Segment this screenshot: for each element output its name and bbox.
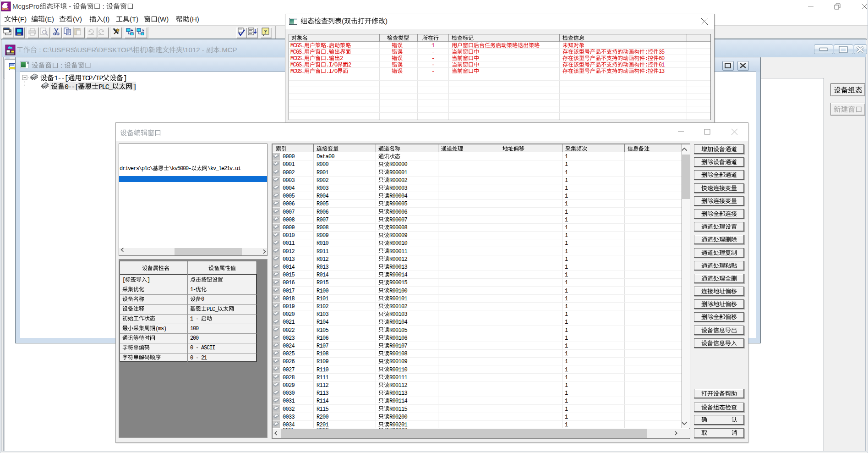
svg-text:\kv_le21v.ui: \kv_le21v.ui bbox=[207, 166, 241, 172]
svg-text:.I/O: .I/O bbox=[326, 68, 338, 75]
svg-text:0012: 0012 bbox=[283, 249, 295, 255]
svg-text:R00003: R00003 bbox=[389, 185, 408, 192]
svg-text:TCP/IP: TCP/IP bbox=[82, 75, 103, 83]
svg-text:R00011: R00011 bbox=[389, 249, 408, 255]
svg-text:1: 1 bbox=[565, 343, 568, 349]
svg-text:R00009: R00009 bbox=[389, 232, 408, 239]
svg-text:R00201: R00201 bbox=[389, 422, 408, 428]
svg-text:MCGS.: MCGS. bbox=[290, 49, 304, 55]
svg-text:1: 1 bbox=[565, 209, 568, 215]
svg-text:0031: 0031 bbox=[283, 398, 295, 404]
svg-text::: : bbox=[645, 62, 648, 68]
svg-text:.MCP: .MCP bbox=[220, 46, 237, 54]
svg-text:0034: 0034 bbox=[283, 422, 295, 428]
svg-text:1: 1 bbox=[565, 398, 568, 404]
svg-text:0029: 0029 bbox=[283, 382, 295, 389]
svg-text:R011: R011 bbox=[317, 249, 329, 255]
svg-text:R00200: R00200 bbox=[389, 414, 408, 420]
svg-text:0017: 0017 bbox=[283, 288, 295, 294]
svg-text:PLC_: PLC_ bbox=[98, 83, 113, 91]
svg-text:R00103: R00103 bbox=[389, 311, 408, 318]
svg-text:1: 1 bbox=[565, 154, 568, 160]
svg-text:1: 1 bbox=[565, 280, 568, 286]
svg-text:\kv5000-: \kv5000- bbox=[169, 166, 191, 172]
svg-text::: : bbox=[645, 55, 648, 62]
svg-text:R010: R010 bbox=[317, 240, 329, 247]
svg-text:0020: 0020 bbox=[283, 311, 295, 318]
svg-text:1-: 1- bbox=[190, 287, 196, 293]
svg-text:R00112: R00112 bbox=[389, 382, 408, 389]
svg-text:0004: 0004 bbox=[283, 185, 295, 192]
svg-text:0019: 0019 bbox=[283, 304, 295, 310]
svg-text:R00111: R00111 bbox=[389, 375, 408, 381]
svg-text:0005: 0005 bbox=[283, 193, 295, 199]
svg-text:R103: R103 bbox=[317, 311, 329, 318]
svg-text:(I): (I) bbox=[103, 15, 109, 23]
svg-text:(T): (T) bbox=[130, 15, 138, 23]
svg-text:0016: 0016 bbox=[283, 280, 295, 286]
svg-text:(E): (E) bbox=[45, 15, 54, 23]
svg-text:0006: 0006 bbox=[283, 201, 295, 207]
svg-text:: C:\USERS\USER\DESKTOP\: : C:\USERS\USER\DESKTOP\ bbox=[37, 46, 133, 54]
svg-text:R00105: R00105 bbox=[389, 327, 408, 334]
svg-text::: : bbox=[645, 68, 648, 75]
svg-text:R00100: R00100 bbox=[389, 288, 408, 294]
svg-text:): ) bbox=[385, 17, 388, 25]
svg-text:1: 1 bbox=[565, 414, 568, 420]
svg-text:R200: R200 bbox=[317, 414, 329, 420]
svg-text:MCGS.: MCGS. bbox=[290, 62, 304, 68]
svg-text::: : bbox=[59, 62, 64, 69]
svg-text:drivers\plc\: drivers\plc\ bbox=[120, 166, 153, 172]
svg-text:(W): (W) bbox=[158, 15, 169, 23]
svg-text:1: 1 bbox=[565, 225, 568, 231]
svg-text:R015: R015 bbox=[317, 280, 329, 286]
svg-text:1: 1 bbox=[565, 193, 568, 199]
svg-text:R003: R003 bbox=[317, 185, 329, 192]
svg-text:]: ] bbox=[123, 75, 127, 83]
svg-text:100: 100 bbox=[190, 326, 199, 332]
svg-text:R000: R000 bbox=[317, 161, 329, 168]
svg-text:1 -: 1 - bbox=[190, 316, 201, 322]
svg-text:1: 1 bbox=[565, 359, 568, 365]
svg-text:]: ] bbox=[132, 83, 136, 91]
svg-text:1: 1 bbox=[565, 319, 568, 326]
svg-text:(: ( bbox=[342, 17, 344, 25]
svg-text:R008: R008 bbox=[317, 225, 329, 231]
svg-text:(H): (H) bbox=[190, 15, 199, 23]
svg-text:R202: R202 bbox=[317, 427, 329, 434]
svg-text:-: - bbox=[67, 2, 73, 10]
svg-text:R013: R013 bbox=[317, 264, 329, 271]
svg-text:\1012 -: \1012 - bbox=[183, 46, 206, 54]
svg-text:0--[: 0--[ bbox=[65, 83, 78, 91]
svg-text:R115: R115 bbox=[317, 406, 329, 413]
svg-text:0 - 21: 0 - 21 bbox=[190, 355, 207, 361]
svg-text:R111: R111 bbox=[317, 375, 329, 381]
svg-text:0021: 0021 bbox=[283, 319, 295, 326]
svg-text:R00013: R00013 bbox=[389, 264, 408, 271]
svg-text:1: 1 bbox=[565, 327, 568, 334]
svg-text:0035: 0035 bbox=[283, 427, 295, 434]
svg-text:R00107: R00107 bbox=[389, 343, 408, 349]
svg-text:R002: R002 bbox=[317, 177, 329, 184]
svg-text:R106: R106 bbox=[317, 335, 329, 342]
svg-text:R00114: R00114 bbox=[389, 398, 408, 404]
svg-text:0000: 0000 bbox=[283, 154, 295, 160]
svg-text:61: 61 bbox=[659, 62, 665, 68]
svg-text:R105: R105 bbox=[317, 327, 329, 334]
svg-text:1: 1 bbox=[565, 311, 568, 318]
svg-text:0015: 0015 bbox=[283, 272, 295, 278]
svg-text:?: ? bbox=[264, 28, 267, 35]
svg-text:35: 35 bbox=[659, 49, 665, 55]
svg-text:R112: R112 bbox=[317, 382, 329, 389]
svg-text:0032: 0032 bbox=[283, 406, 295, 413]
svg-text:R00113: R00113 bbox=[389, 390, 408, 397]
svg-text:1: 1 bbox=[565, 367, 568, 373]
svg-text:MCGS.: MCGS. bbox=[290, 68, 304, 75]
svg-text:1: 1 bbox=[565, 351, 568, 357]
svg-text:13: 13 bbox=[659, 68, 665, 75]
svg-text:MCGS.: MCGS. bbox=[290, 55, 304, 62]
svg-text:1: 1 bbox=[565, 406, 568, 413]
svg-text:R00101: R00101 bbox=[389, 296, 408, 302]
svg-text:R001: R001 bbox=[317, 170, 329, 176]
svg-text:0026: 0026 bbox=[283, 359, 295, 365]
